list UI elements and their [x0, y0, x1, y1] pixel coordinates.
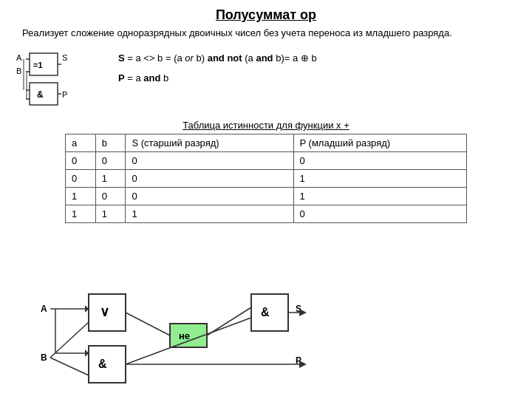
svg-marker-37	[299, 361, 307, 368]
page-title: Полусуммат ор	[15, 7, 517, 23]
table-cell: 0	[293, 205, 466, 223]
circuit-diagram: A B =1 S & P	[15, 46, 103, 112]
table-cell: 0	[126, 152, 293, 170]
svg-rect-18	[89, 346, 126, 383]
col-header-b: b	[95, 134, 126, 152]
col-header-a: a	[66, 134, 96, 152]
formula-line-2: P = a and b	[118, 69, 517, 86]
table-row: 1110	[66, 205, 467, 223]
svg-text:P: P	[62, 90, 67, 99]
col-header-s: S (старший разряд)	[126, 134, 293, 152]
svg-line-30	[50, 358, 89, 375]
col-header-p: P (младший разряд)	[293, 134, 466, 152]
table-cell: 1	[293, 188, 466, 205]
table-cell: 0	[126, 170, 293, 188]
table-row: 0000	[66, 152, 467, 170]
svg-text:B: B	[16, 66, 21, 75]
label-b: B	[41, 352, 47, 363]
svg-text:&: &	[37, 89, 44, 100]
table-cell: 1	[95, 205, 126, 223]
table-cell: 0	[95, 188, 126, 205]
page-subtitle: Реализует сложение однοразрядных двоичны…	[15, 27, 517, 38]
formula-block: S = a <> b = (a or b) and not (a and b)=…	[118, 46, 517, 90]
table-cell: 0	[95, 152, 126, 170]
svg-rect-5	[30, 83, 58, 105]
svg-text:∨: ∨	[100, 304, 109, 319]
table-cell: 1	[95, 170, 126, 188]
svg-marker-36	[299, 309, 307, 316]
svg-text:S: S	[62, 53, 67, 62]
truth-table-section: Таблица истинности для функции x + a b S…	[15, 120, 517, 223]
svg-text:=1: =1	[33, 61, 43, 69]
table-cell: 1	[66, 188, 96, 205]
table-row: 1001	[66, 188, 467, 205]
table-cell: 1	[293, 170, 466, 188]
table-cell: 1	[126, 205, 293, 223]
svg-text:A: A	[16, 53, 22, 62]
svg-rect-22	[251, 294, 288, 331]
svg-text:не: не	[179, 330, 190, 341]
svg-text:&: &	[98, 358, 107, 370]
table-title: Таблица истинности для функции x +	[15, 120, 517, 131]
table-cell: 1	[66, 205, 96, 223]
svg-line-31	[126, 313, 170, 335]
table-cell: 0	[293, 152, 466, 170]
label-a: A	[41, 304, 47, 314]
table-row: 0101	[66, 170, 467, 188]
svg-line-29	[50, 322, 89, 358]
formula-line-1: S = a <> b = (a or b) and not (a and b)=…	[118, 50, 517, 66]
table-cell: 0	[66, 152, 96, 170]
table-cell: 0	[126, 188, 293, 205]
table-cell: 0	[66, 170, 96, 188]
truth-table: a b S (старший разряд) P (младший разряд…	[65, 134, 467, 223]
svg-text:&: &	[261, 306, 270, 318]
logic-diagram: A B ∨ & не & S P	[0, 281, 532, 399]
